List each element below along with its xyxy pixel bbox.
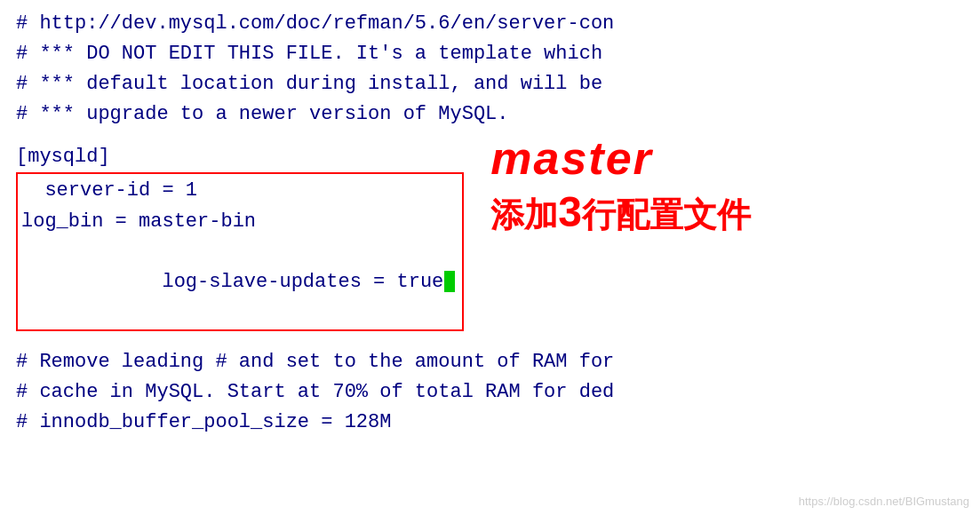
bottom-line-3: # innodb_buffer_pool_size = 128M (16, 408, 964, 438)
mysqld-label: [mysqld] (16, 142, 464, 172)
mysqld-section: [mysqld] server-id = 1 log_bin = master-… (16, 142, 964, 331)
bottom-code-block: # Remove leading # and set to the amount… (16, 347, 964, 438)
cursor (444, 271, 455, 292)
config-line-3: log-slave-updates = true (21, 237, 455, 328)
left-code-area: [mysqld] server-id = 1 log_bin = master-… (16, 142, 464, 331)
watermark: https://blog.csdn.net/BIGmustang (799, 495, 969, 508)
annotation-description: 添加3行配置文件 (490, 186, 751, 238)
main-container: # http://dev.mysql.com/doc/refman/5.6/en… (0, 0, 980, 515)
code-line-4: # *** upgrade to a newer version of MySQ… (16, 99, 964, 130)
top-code-block: # http://dev.mysql.com/doc/refman/5.6/en… (16, 9, 964, 130)
config-line-1: server-id = 1 (21, 176, 455, 206)
highlighted-code: server-id = 1 log_bin = master-bin log-s… (21, 176, 455, 327)
highlighted-config-box: server-id = 1 log_bin = master-bin log-s… (16, 172, 464, 330)
code-line-1: # http://dev.mysql.com/doc/refman/5.6/en… (16, 9, 964, 39)
code-line-3: # *** default location during install, a… (16, 69, 964, 99)
master-label: master (490, 135, 653, 181)
bottom-line-1: # Remove leading # and set to the amount… (16, 347, 964, 377)
bottom-line-2: # cache in MySQL. Start at 70% of total … (16, 377, 964, 408)
code-line-2: # *** DO NOT EDIT THIS FILE. It's a temp… (16, 39, 964, 69)
annotation-area: master 添加3行配置文件 (490, 135, 964, 238)
config-line-2: log_bin = master-bin (21, 207, 455, 237)
